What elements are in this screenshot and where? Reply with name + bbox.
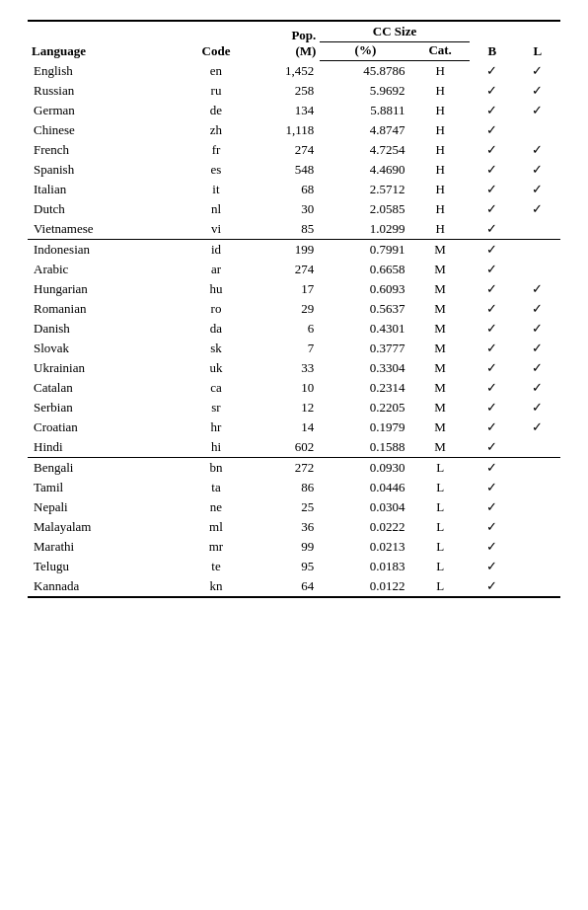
cell-l	[515, 497, 560, 517]
cell-l	[515, 557, 560, 576]
cell-cc-pct: 0.1979	[320, 417, 410, 437]
cell-cc-cat: M	[411, 319, 470, 339]
cell-cc-cat: L	[411, 497, 470, 517]
cell-cc-pct: 0.6658	[320, 260, 410, 279]
cell-code: hi	[184, 437, 249, 458]
cell-language: Romanian	[28, 299, 184, 319]
cell-cc-cat: H	[411, 180, 470, 199]
cell-l: ✓	[515, 199, 560, 219]
table-row: Kannadakn640.0122L✓	[28, 576, 560, 597]
cell-cc-cat: M	[411, 240, 470, 261]
table-row: Hindihi6020.1588M✓	[28, 437, 560, 458]
table-row: Vietnamesevi851.0299H✓	[28, 219, 560, 240]
cell-b: ✓	[470, 497, 515, 517]
cell-cc-pct: 0.2314	[320, 378, 410, 398]
cell-l	[515, 260, 560, 279]
cell-b: ✓	[470, 339, 515, 358]
table-row: Telugute950.0183L✓	[28, 557, 560, 576]
cell-cc-pct: 0.1588	[320, 437, 410, 458]
cell-b: ✓	[470, 140, 515, 160]
cell-code: de	[184, 101, 249, 120]
cell-language: Vietnamese	[28, 219, 184, 240]
cell-b: ✓	[470, 378, 515, 398]
table-body: Englishen1,45245.8786H✓✓Russianru2585.96…	[28, 61, 560, 598]
cell-cc-pct: 0.5637	[320, 299, 410, 319]
cell-code: nl	[184, 199, 249, 219]
cell-cc-pct: 0.0222	[320, 517, 410, 537]
cell-cc-cat: M	[411, 398, 470, 417]
cell-language: Serbian	[28, 398, 184, 417]
cell-cc-pct: 2.0585	[320, 199, 410, 219]
cell-cc-cat: L	[411, 576, 470, 597]
cell-cc-pct: 0.0183	[320, 557, 410, 576]
cell-code: ro	[184, 299, 249, 319]
cell-cc-cat: M	[411, 279, 470, 299]
cell-language: French	[28, 140, 184, 160]
cell-pop: 95	[249, 557, 320, 576]
table-row: Marathimr990.0213L✓	[28, 537, 560, 557]
cell-code: hr	[184, 417, 249, 437]
cell-code: kn	[184, 576, 249, 597]
cell-cc-pct: 0.0122	[320, 576, 410, 597]
cell-b: ✓	[470, 260, 515, 279]
cell-cc-pct: 4.8747	[320, 120, 410, 140]
cell-b: ✓	[470, 219, 515, 240]
cell-language: Tamil	[28, 478, 184, 497]
cell-l: ✓	[515, 319, 560, 339]
cell-cc-cat: H	[411, 199, 470, 219]
cell-language: Ukrainian	[28, 358, 184, 378]
cell-l: ✓	[515, 180, 560, 199]
table-row: Arabicar2740.6658M✓	[28, 260, 560, 279]
cell-code: bn	[184, 458, 249, 479]
cell-language: Nepali	[28, 497, 184, 517]
cell-l	[515, 517, 560, 537]
cell-code: ta	[184, 478, 249, 497]
cell-l: ✓	[515, 299, 560, 319]
cell-pop: 7	[249, 339, 320, 358]
table-row: Slovaksk70.3777M✓✓	[28, 339, 560, 358]
cell-cc-cat: L	[411, 478, 470, 497]
table-row: Spanishes5484.4690H✓✓	[28, 160, 560, 180]
cell-l	[515, 576, 560, 597]
cell-cc-cat: M	[411, 378, 470, 398]
cell-code: mr	[184, 537, 249, 557]
cell-cc-cat: M	[411, 358, 470, 378]
cell-l	[515, 537, 560, 557]
cell-b: ✓	[470, 199, 515, 219]
cell-pop: 548	[249, 160, 320, 180]
col-header-l: L	[515, 21, 560, 61]
cell-code: da	[184, 319, 249, 339]
cell-b: ✓	[470, 299, 515, 319]
cell-pop: 274	[249, 140, 320, 160]
cell-b: ✓	[470, 537, 515, 557]
cell-b: ✓	[470, 478, 515, 497]
cell-pop: 30	[249, 199, 320, 219]
table-row: Chinesezh1,1184.8747H✓	[28, 120, 560, 140]
cell-pop: 17	[249, 279, 320, 299]
cell-pop: 6	[249, 319, 320, 339]
cell-cc-pct: 1.0299	[320, 219, 410, 240]
cell-b: ✓	[470, 517, 515, 537]
cell-pop: 199	[249, 240, 320, 261]
cell-b: ✓	[470, 160, 515, 180]
cell-pop: 602	[249, 437, 320, 458]
cell-language: Kannada	[28, 576, 184, 597]
table-row: Ukrainianuk330.3304M✓✓	[28, 358, 560, 378]
cell-language: Slovak	[28, 339, 184, 358]
cell-l: ✓	[515, 279, 560, 299]
cell-b: ✓	[470, 319, 515, 339]
cell-cc-cat: H	[411, 219, 470, 240]
cell-pop: 12	[249, 398, 320, 417]
table-row: Bengalibn2720.0930L✓	[28, 458, 560, 479]
cell-l: ✓	[515, 417, 560, 437]
cell-code: ne	[184, 497, 249, 517]
table-row: Indonesianid1990.7991M✓	[28, 240, 560, 261]
cell-code: hu	[184, 279, 249, 299]
cell-code: uk	[184, 358, 249, 378]
cell-l: ✓	[515, 140, 560, 160]
cell-cc-cat: M	[411, 299, 470, 319]
cell-pop: 1,452	[249, 61, 320, 82]
cell-language: German	[28, 101, 184, 120]
cell-code: fr	[184, 140, 249, 160]
cell-cc-cat: H	[411, 101, 470, 120]
